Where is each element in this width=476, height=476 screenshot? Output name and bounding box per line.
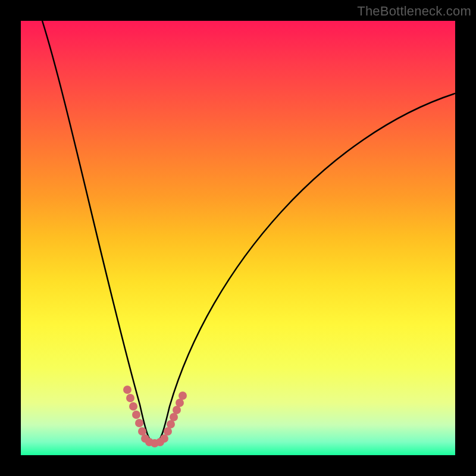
bottleneck-curve bbox=[21, 21, 455, 455]
highlight-dot bbox=[126, 394, 134, 402]
highlight-dot bbox=[170, 413, 178, 421]
highlight-dot bbox=[176, 399, 184, 407]
highlight-dot bbox=[123, 386, 131, 394]
highlight-dot bbox=[129, 402, 137, 411]
highlight-dot bbox=[135, 419, 143, 427]
watermark-text: TheBottleneck.com bbox=[357, 4, 471, 19]
highlight-dot bbox=[132, 411, 140, 419]
highlight-dot bbox=[173, 406, 181, 414]
chart-frame: TheBottleneck.com bbox=[0, 0, 476, 476]
highlight-dot bbox=[167, 420, 175, 428]
highlight-dot bbox=[178, 392, 187, 400]
highlight-dot bbox=[160, 434, 168, 443]
highlight-dot bbox=[164, 427, 172, 436]
curve-path bbox=[42, 21, 455, 444]
plot-area bbox=[21, 21, 455, 455]
